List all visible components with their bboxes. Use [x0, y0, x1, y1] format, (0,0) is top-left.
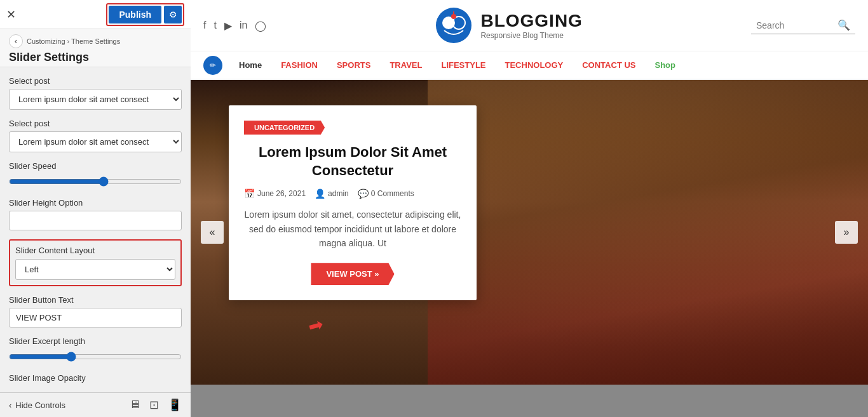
instagram-icon[interactable]: ◯ [255, 20, 266, 32]
slider-button-text-label: Slider Button Text [9, 295, 182, 305]
select-post-2-group: Select post Lorem ipsum dolor sit amet c… [9, 119, 182, 152]
slider-excerpt-input[interactable] [9, 352, 182, 362]
clothes-details-overlay [428, 80, 868, 385]
select-post-1-dropdown[interactable]: Lorem ipsum dolor sit amet consect [9, 89, 182, 110]
search-icon[interactable]: 🔍 [837, 19, 850, 31]
nav-edit-icon: ✏ [203, 56, 222, 75]
slider-content-layout-group: Slider Content Layout Left Center Right [9, 239, 182, 286]
search-input[interactable] [756, 20, 832, 30]
comment-icon: 💬 [358, 189, 369, 199]
breadcrumb-area: ‹ Customizing › Theme Settings Slider Se… [0, 29, 191, 67]
slider-speed-group: Slider Speed [9, 161, 182, 189]
mobile-icon[interactable]: 📱 [168, 398, 182, 412]
slider-height-group: Slider Height Option [9, 198, 182, 230]
controls-area: Select post Lorem ipsum dolor sit amet c… [0, 67, 191, 392]
social-icons: f t ▶ in ◯ [203, 20, 266, 32]
slider-speed-input[interactable] [9, 176, 182, 187]
slide-excerpt: Lorem ipsum dolor sit amet, consectetur … [244, 208, 461, 250]
slider-excerpt-label: Slider Excerpt length [9, 336, 182, 346]
slide-author: 👤 admin [315, 189, 349, 199]
hide-icon: ‹ [9, 400, 11, 410]
logo-svg [435, 6, 473, 44]
device-icons: 🖥 ⊡ 📱 [129, 398, 182, 412]
breadcrumb: Customizing › Theme Settings [27, 37, 120, 45]
preview-area: f t ▶ in ◯ BLOGGING Responsive Blog Them… [191, 0, 868, 417]
search-area[interactable]: 🔍 [751, 17, 855, 34]
slide-comments: 💬 0 Comments [358, 189, 414, 199]
blog-tagline: Responsive Blog Theme [480, 31, 582, 40]
close-button[interactable]: ✕ [6, 8, 16, 22]
slider-area: « » UNCATEGORIZED Lorem Ipsum Dolor Sit … [191, 80, 868, 385]
slider-next-button[interactable]: » [835, 221, 858, 244]
slider-content-layout-dropdown[interactable]: Left Center Right [15, 259, 175, 280]
publish-area: Publish ⚙ [106, 3, 184, 26]
calendar-icon: 📅 [244, 189, 255, 199]
logo-text: BLOGGING Responsive Blog Theme [480, 11, 582, 40]
select-post-2-label: Select post [9, 119, 182, 128]
select-post-1-label: Select post [9, 76, 182, 86]
top-bar: ✕ Publish ⚙ [0, 0, 191, 29]
slider-height-label: Slider Height Option [9, 198, 182, 208]
hide-controls-button[interactable]: ‹ Hide Controls [9, 400, 65, 410]
slide-card: UNCATEGORIZED Lorem Ipsum Dolor Sit Amet… [229, 105, 477, 300]
bottom-bar: ‹ Hide Controls 🖥 ⊡ 📱 [0, 392, 191, 417]
blog-logo: BLOGGING Responsive Blog Theme [435, 6, 582, 44]
slider-speed-label: Slider Speed [9, 161, 182, 171]
slider-height-input[interactable] [9, 211, 182, 230]
nav-travel[interactable]: TRAVEL [381, 51, 431, 79]
blog-name: BLOGGING [480, 11, 582, 31]
slide-date: 📅 June 26, 2021 [244, 189, 306, 199]
view-post-wrapper: VIEW POST » [244, 254, 461, 285]
hide-controls-label: Hide Controls [15, 400, 65, 410]
nav-contact-us[interactable]: CONTACT US [573, 51, 644, 79]
slider-excerpt-group: Slider Excerpt length [9, 336, 182, 364]
linkedin-icon[interactable]: in [240, 20, 247, 32]
publish-button[interactable]: Publish [109, 6, 161, 23]
select-post-2-dropdown[interactable]: Lorem ipsum dolor sit amet consect [9, 131, 182, 152]
svg-point-3 [451, 14, 456, 19]
user-icon: 👤 [315, 189, 325, 199]
view-post-button[interactable]: VIEW POST » [311, 263, 394, 285]
slide-meta: 📅 June 26, 2021 👤 admin 💬 0 Comments [244, 189, 461, 199]
nav-bar: ✏ Home FASHION SPORTS TRAVEL LIFESTYLE T… [191, 51, 868, 80]
slide-title: Lorem Ipsum Dolor Sit Amet Consectetur [244, 143, 461, 180]
category-badge: UNCATEGORIZED [244, 121, 325, 135]
nav-sports[interactable]: SPORTS [328, 51, 379, 79]
slider-image-opacity-group: Slider Image Opacity [9, 373, 182, 383]
nav-shop[interactable]: Shop [646, 51, 685, 79]
slider-content-layout-label: Slider Content Layout [15, 246, 175, 255]
slider-button-text-input[interactable] [9, 308, 182, 328]
slider-image-opacity-label: Slider Image Opacity [9, 373, 182, 383]
nav-technology[interactable]: TECHNOLOGY [496, 51, 573, 79]
back-button[interactable]: ‹ [9, 34, 23, 48]
desktop-icon[interactable]: 🖥 [129, 398, 140, 412]
customizer-panel: ✕ Publish ⚙ ‹ Customizing › Theme Settin… [0, 0, 191, 417]
publish-settings-button[interactable]: ⚙ [164, 6, 182, 23]
youtube-icon[interactable]: ▶ [224, 20, 232, 32]
nav-home[interactable]: Home [230, 51, 271, 79]
slider-prev-button[interactable]: « [201, 221, 224, 244]
twitter-icon[interactable]: t [214, 20, 216, 32]
page-title: Slider Settings [9, 51, 182, 64]
select-post-1-group: Select post Lorem ipsum dolor sit amet c… [9, 76, 182, 110]
blog-header: f t ▶ in ◯ BLOGGING Responsive Blog Them… [191, 0, 868, 51]
tablet-icon[interactable]: ⊡ [149, 398, 159, 412]
nav-fashion[interactable]: FASHION [272, 51, 327, 79]
slider-button-text-group: Slider Button Text [9, 295, 182, 328]
nav-lifestyle[interactable]: LIFESTYLE [432, 51, 494, 79]
facebook-icon[interactable]: f [203, 20, 206, 32]
